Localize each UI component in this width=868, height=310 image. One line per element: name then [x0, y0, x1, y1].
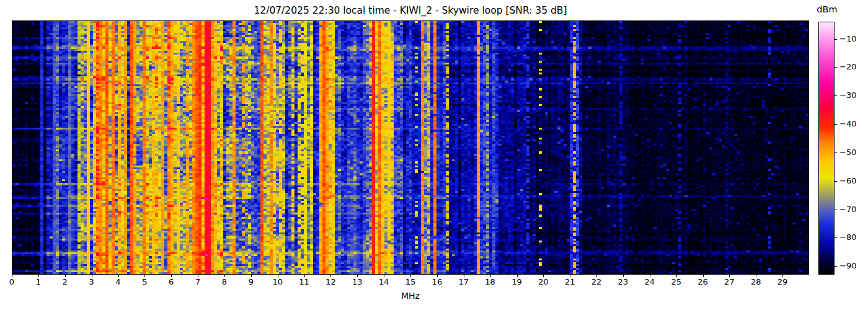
colorbar-tick-label: −50 — [839, 148, 856, 157]
colorbar-tick-label: −20 — [839, 62, 856, 71]
x-tick-label: 12 — [320, 277, 341, 286]
x-tick-label: 25 — [666, 277, 687, 286]
x-tick-label: 29 — [772, 277, 793, 286]
colorbar-tick-label: −90 — [839, 261, 856, 270]
colorbar-tick-label: −80 — [839, 232, 856, 242]
x-tick-label: 4 — [108, 277, 129, 286]
colorbar-tick-mark — [835, 237, 837, 238]
x-tick-label: 28 — [745, 277, 766, 286]
colorbar-tick-mark — [835, 266, 837, 267]
x-tick-label: 20 — [533, 277, 554, 286]
x-tick-label: 7 — [187, 277, 208, 286]
x-tick-label: 5 — [134, 277, 155, 286]
x-tick-label: 18 — [480, 277, 501, 286]
chart-title: 12/07/2025 22:30 local time - KIWI_2 - S… — [12, 5, 809, 16]
x-tick-label: 23 — [613, 277, 634, 286]
colorbar-unit-label: dBm — [810, 4, 844, 14]
colorbar-gradient — [818, 22, 835, 275]
x-tick-label: 15 — [400, 277, 421, 286]
x-tick-label: 17 — [453, 277, 474, 286]
x-tick-label: 11 — [294, 277, 315, 286]
colorbar-tick-mark — [835, 181, 837, 182]
x-tick-label: 19 — [507, 277, 528, 286]
x-tick-label: 1 — [28, 277, 49, 286]
colorbar-tick-label: −60 — [839, 176, 856, 185]
colorbar-tick-mark — [835, 95, 837, 96]
x-tick-label: 0 — [1, 277, 22, 286]
colorbar-tick-label: −10 — [839, 34, 856, 43]
x-tick-label: 13 — [347, 277, 368, 286]
colorbar-tick-mark — [835, 39, 837, 40]
x-tick-label: 9 — [241, 277, 262, 286]
x-tick-label: 16 — [427, 277, 448, 286]
colorbar-tick-label: −40 — [839, 119, 856, 128]
x-tick-label: 8 — [214, 277, 235, 286]
spectrogram-figure: 12/07/2025 22:30 local time - KIWI_2 - S… — [0, 0, 868, 310]
colorbar-tick-mark — [835, 153, 837, 153]
x-tick-label: 27 — [719, 277, 740, 286]
waterfall-plot-area — [12, 20, 809, 275]
x-tick-label: 6 — [161, 277, 182, 286]
colorbar-tick-mark — [835, 210, 837, 210]
x-tick-label: 22 — [586, 277, 607, 286]
colorbar-tick-label: −70 — [839, 205, 856, 214]
x-axis-label: MHz — [12, 291, 809, 301]
waterfall-canvas — [12, 21, 808, 274]
x-tick-label: 3 — [81, 277, 102, 286]
x-tick-label: 24 — [639, 277, 660, 286]
x-tick-label: 14 — [373, 277, 394, 286]
colorbar-tick-label: −30 — [839, 91, 856, 100]
x-tick-label: 2 — [55, 277, 76, 286]
x-tick-label: 26 — [693, 277, 714, 286]
colorbar-tick-mark — [835, 124, 837, 125]
colorbar-tick-mark — [835, 67, 837, 68]
x-tick-label: 21 — [559, 277, 580, 286]
x-tick-label: 10 — [267, 277, 288, 286]
